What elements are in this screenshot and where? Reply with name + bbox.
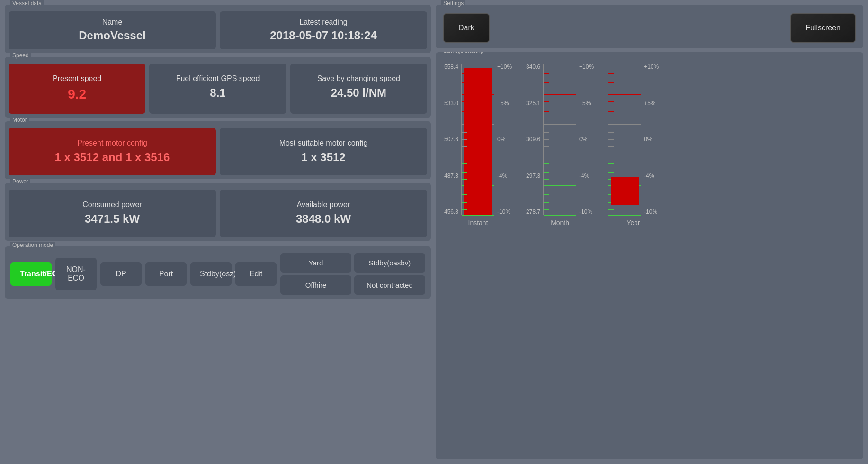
op-btn-port[interactable]: Port xyxy=(145,262,187,286)
vessel-cards: Name DemoVessel Latest reading 2018-05-0… xyxy=(9,11,427,49)
year-chart-title: Year xyxy=(626,219,640,227)
efficient-speed-value: 8.1 xyxy=(159,84,277,101)
instant-chart-body: 558.4 533.0 507.6 487.3 456.8 xyxy=(444,64,512,215)
year-bar xyxy=(611,177,639,205)
present-motor-title: Present motor config xyxy=(18,137,206,149)
operation-section: Operation mode Transit/ECO NON-ECO DP Po… xyxy=(5,246,431,299)
year-pct-labels: +10% +5% 0% -4% -10% xyxy=(641,64,659,215)
save-speed-value: 24.50 l/NM xyxy=(300,84,418,101)
op-btn-dp[interactable]: DP xyxy=(100,262,142,286)
available-power-title: Available power xyxy=(229,199,418,210)
efficient-speed-title: Fuel efficient GPS speed xyxy=(159,73,277,84)
op-btn-edit[interactable]: Edit xyxy=(235,262,277,286)
op-btn-stdby-osz[interactable]: Stdby(osz) xyxy=(190,262,232,286)
vessel-name-title: Name xyxy=(18,17,206,27)
power-cards: Consumed power 3471.5 kW Available power… xyxy=(9,190,427,237)
speed-section: Speed Present speed 9.2 Fuel efficient G… xyxy=(5,57,431,118)
consumed-power-value: 3471.5 kW xyxy=(18,210,206,227)
save-speed-card: Save by changing speed 24.50 l/NM xyxy=(290,64,427,114)
instant-y-labels: 558.4 533.0 507.6 487.3 456.8 xyxy=(444,64,461,215)
vessel-data-label: Vessel data xyxy=(10,0,44,7)
efficient-speed-card: Fuel efficient GPS speed 8.1 xyxy=(149,64,286,114)
save-speed-title: Save by changing speed xyxy=(300,73,418,84)
op-btn-stdby-oasbv[interactable]: Stdby(oasbv) xyxy=(354,253,425,273)
suitable-motor-value: 1 x 3512 xyxy=(229,149,418,166)
instant-bars-wrapper xyxy=(461,64,494,215)
tick-bottom-green xyxy=(462,215,494,216)
settings-label: Settings xyxy=(441,0,465,7)
available-power-value: 3848.0 kW xyxy=(229,210,418,227)
year-chart: +10% +5% 0% -4% -10% Year xyxy=(608,64,659,227)
instant-bar xyxy=(464,68,492,215)
savings-label: Savings sharing xyxy=(441,52,485,54)
vessel-data-section: Vessel data Name DemoVessel Latest readi… xyxy=(5,5,431,53)
present-speed-value: 9.2 xyxy=(18,84,136,104)
present-motor-value: 1 x 3512 and 1 x 3516 xyxy=(18,149,206,166)
year-bars-wrapper xyxy=(608,64,641,215)
power-section: Power Consumed power 3471.5 kW Available… xyxy=(5,183,431,241)
month-bars-wrapper xyxy=(543,64,576,215)
operation-label: Operation mode xyxy=(10,242,55,248)
month-chart-title: Month xyxy=(551,219,569,227)
year-chart-body: +10% +5% 0% -4% -10% xyxy=(608,64,659,215)
tick-top-red xyxy=(462,64,494,64)
month-pct-labels: +10% +5% 0% -4% -10% xyxy=(576,64,594,215)
op-btn-transit-eco[interactable]: Transit/ECO xyxy=(10,262,52,286)
settings-section: Settings Dark Fullscreen xyxy=(436,5,863,48)
motor-label: Motor xyxy=(10,117,29,123)
vessel-reading-card: Latest reading 2018-05-07 10:18:24 xyxy=(220,11,427,49)
consumed-power-card: Consumed power 3471.5 kW xyxy=(9,190,216,237)
present-speed-card: Present speed 9.2 xyxy=(9,64,145,114)
op-btn-non-eco[interactable]: NON-ECO xyxy=(55,258,97,290)
motor-cards: Present motor config 1 x 3512 and 1 x 35… xyxy=(9,128,427,175)
vessel-reading-value: 2018-05-07 10:18:24 xyxy=(229,27,418,44)
instant-chart-title: Instant xyxy=(468,219,488,227)
suitable-motor-card: Most suitable motor config 1 x 3512 xyxy=(220,128,427,175)
motor-section: Motor Present motor config 1 x 3512 and … xyxy=(5,121,431,179)
present-motor-card: Present motor config 1 x 3512 and 1 x 35… xyxy=(9,128,216,175)
suitable-motor-title: Most suitable motor config xyxy=(229,137,418,149)
power-label: Power xyxy=(10,178,30,185)
operation-buttons: Transit/ECO NON-ECO DP Port Stdby(osz) E… xyxy=(10,253,425,295)
settings-buttons: Dark Fullscreen xyxy=(439,11,859,45)
vessel-name-value: DemoVessel xyxy=(18,27,206,44)
vessel-name-card: Name DemoVessel xyxy=(9,11,216,49)
op-btn-not-contracted[interactable]: Not contracted xyxy=(354,275,425,295)
month-chart: 340.6 325.1 309.6 297.3 278.7 xyxy=(526,64,594,227)
available-power-card: Available power 3848.0 kW xyxy=(220,190,427,237)
month-chart-body: 340.6 325.1 309.6 297.3 278.7 xyxy=(526,64,594,215)
dark-button[interactable]: Dark xyxy=(443,13,490,43)
speed-cards: Present speed 9.2 Fuel efficient GPS spe… xyxy=(9,64,427,114)
op-btn-offhire[interactable]: Offhire xyxy=(280,275,351,295)
op-btn-yard[interactable]: Yard xyxy=(280,253,351,273)
present-speed-title: Present speed xyxy=(18,73,136,84)
speed-label: Speed xyxy=(10,52,31,59)
savings-charts-row: 558.4 533.0 507.6 487.3 456.8 xyxy=(439,59,859,231)
consumed-power-title: Consumed power xyxy=(18,199,206,210)
month-y-labels: 340.6 325.1 309.6 297.3 278.7 xyxy=(526,64,543,215)
savings-section: Savings sharing 558.4 533.0 507.6 487.3 … xyxy=(436,52,863,459)
fullscreen-button[interactable]: Fullscreen xyxy=(790,13,856,43)
instant-chart: 558.4 533.0 507.6 487.3 456.8 xyxy=(444,64,512,227)
op-btn-group-right: Yard Stdby(oasbv) Offhire Not contracted xyxy=(280,253,425,295)
instant-pct-labels: +10% +5% 0% -4% -10% xyxy=(494,64,512,215)
vessel-reading-title: Latest reading xyxy=(229,17,418,27)
